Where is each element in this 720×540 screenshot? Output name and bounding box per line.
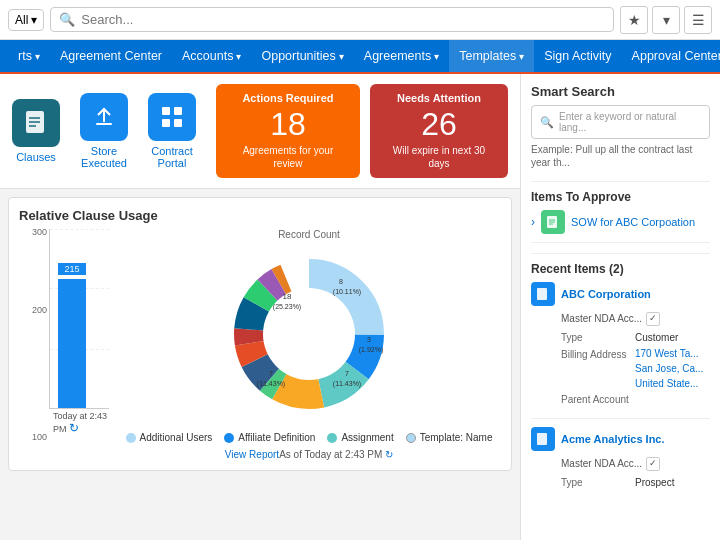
main-content: Clauses StoreExecuted — [0, 74, 720, 540]
svg-rect-7 — [162, 119, 170, 127]
alert-needs-attention[interactable]: Needs Attention 26 Will expire in next 3… — [370, 84, 508, 178]
approve-icon-0 — [541, 210, 565, 234]
nav-label-agreements: Agreements — [364, 49, 431, 63]
approve-chevron[interactable]: › — [531, 215, 535, 229]
svg-rect-36 — [537, 288, 547, 300]
smart-search-box[interactable]: 🔍 Enter a keyword or natural lang... — [531, 105, 710, 139]
bar-chart-container: 300 200 100 215 Today at 2:43 — [19, 229, 109, 460]
donut-wrapper: 18 (25.23%) 8 (10.11%) 7 (11.43%) 7 (11.… — [219, 244, 399, 424]
search-icon: 🔍 — [59, 12, 75, 27]
svg-text:(25.23%): (25.23%) — [273, 303, 301, 311]
alert-actions-title: Actions Required — [230, 92, 346, 104]
approve-divider — [531, 242, 710, 243]
recent-fields-0: Master NDA Acc... ✓ Type Customer Billin… — [561, 310, 710, 408]
search-input[interactable] — [81, 12, 605, 27]
nav-item-accounts[interactable]: Accounts ▾ — [172, 40, 251, 73]
svg-text:(10.11%): (10.11%) — [333, 288, 361, 296]
alerts-row: Actions Required 18 Agreements for your … — [216, 84, 508, 178]
nav-label-approval-center: Approval Center — [632, 49, 720, 63]
smart-search-divider — [531, 181, 710, 182]
bar-215: 215 — [58, 279, 86, 408]
bar-chart-plot: 215 — [49, 229, 109, 409]
alert-actions-desc: Agreements for your review — [230, 144, 346, 170]
svg-text:18: 18 — [283, 292, 292, 301]
svg-rect-5 — [162, 107, 170, 115]
nav-label-opportunities: Opportunities — [261, 49, 335, 63]
bar-value: 215 — [58, 263, 86, 275]
svg-rect-6 — [174, 107, 182, 115]
action-store-executed[interactable]: StoreExecuted — [80, 93, 128, 169]
checkbox-0[interactable]: ✓ — [646, 312, 660, 326]
contract-portal-icon — [148, 93, 196, 141]
star-button[interactable]: ★ — [620, 6, 648, 34]
svg-text:(11.43%): (11.43%) — [257, 380, 285, 388]
recent-subtitle-1: Master NDA Acc... ✓ — [561, 455, 710, 472]
donut-container: Record Count — [117, 229, 501, 460]
nav-item-agreements[interactable]: Agreements ▾ — [354, 40, 449, 73]
legend-item-1: Affiliate Definition — [224, 432, 315, 443]
recent-name-0[interactable]: ABC Corporation — [561, 288, 651, 300]
refresh-icon[interactable]: ↻ — [69, 421, 79, 435]
action-contract-portal[interactable]: ContractPortal — [148, 93, 196, 169]
checkbox-1[interactable]: ✓ — [646, 457, 660, 471]
chart-legend: Additional Users Affiliate Definition As… — [126, 432, 493, 443]
recent-item-1: Acme Analytics Inc. Master NDA Acc... ✓ … — [531, 427, 710, 491]
nav-label-sign-activity: Sign Activity — [544, 49, 611, 63]
svg-text:8: 8 — [339, 278, 343, 285]
alert-attention-desc: Will expire in next 30 days — [384, 144, 494, 170]
chart-title: Relative Clause Usage — [19, 208, 501, 223]
search-type-chevron: ▾ — [31, 13, 37, 27]
approve-link-0[interactable]: SOW for ABC Corpoation — [571, 216, 695, 228]
svg-text:3: 3 — [367, 336, 371, 343]
svg-rect-8 — [174, 119, 182, 127]
approve-item-0: › SOW for ABC Corpoation — [531, 210, 710, 234]
legend-dot-1 — [224, 433, 234, 443]
nav-item-templates[interactable]: Templates ▾ — [449, 40, 534, 73]
recent-item-1-header: Acme Analytics Inc. — [531, 427, 710, 451]
recent-field-type-1: Type Prospect — [561, 474, 710, 491]
nav-label-accounts: Accounts — [182, 49, 233, 63]
recent-item-0: ABC Corporation Master NDA Acc... ✓ Type… — [531, 282, 710, 408]
search-box: 🔍 — [50, 7, 614, 32]
alert-actions-required[interactable]: Actions Required 18 Agreements for your … — [216, 84, 360, 178]
donut-subtitle: Record Count — [278, 229, 340, 240]
clauses-label: Clauses — [16, 151, 56, 163]
legend-item-2: Assignment — [327, 432, 393, 443]
chart-area: 300 200 100 215 Today at 2:43 — [19, 229, 501, 460]
recent-field-type-0: Type Customer — [561, 329, 710, 346]
legend-dot-2 — [327, 433, 337, 443]
recent-section: Recent Items (2) ABC Corporation Master … — [531, 253, 710, 491]
legend-dot-0 — [126, 433, 136, 443]
search-type-select[interactable]: All ▾ — [8, 9, 44, 31]
chart-footer: View Report As of Today at 2:43 PM ↻ — [225, 449, 393, 460]
nav-item-agreement-center[interactable]: Agreement Center — [50, 40, 172, 73]
recent-name-1[interactable]: Acme Analytics Inc. — [561, 433, 665, 445]
recent-items-title: Recent Items (2) — [531, 262, 710, 276]
recent-subtitle-0: Master NDA Acc... ✓ — [561, 310, 710, 327]
recent-item-0-header: ABC Corporation — [531, 282, 710, 306]
nav-item-sign-activity[interactable]: Sign Activity — [534, 40, 621, 73]
chart-refresh-icon[interactable]: ↻ — [385, 449, 393, 460]
chart-timestamp: As of Today at 2:43 PM ↻ — [279, 449, 393, 460]
nav-chevron-agreements: ▾ — [434, 51, 439, 62]
recent-fields-1: Master NDA Acc... ✓ Type Prospect — [561, 455, 710, 491]
nav-item-approval-center[interactable]: Approval Center — [622, 40, 720, 73]
alert-actions-number: 18 — [230, 108, 346, 140]
right-panel: Smart Search 🔍 Enter a keyword or natura… — [520, 74, 720, 540]
top-bar: All ▾ 🔍 ★ ▾ ☰ — [0, 0, 720, 40]
view-report-link[interactable]: View Report — [225, 449, 279, 460]
svg-point-21 — [263, 288, 355, 380]
smart-search-hint: Example: Pull up all the contract last y… — [531, 143, 710, 169]
nav-item-opportunities[interactable]: Opportunities ▾ — [251, 40, 353, 73]
left-panel: Clauses StoreExecuted — [0, 74, 520, 540]
smart-search-icon: 🔍 — [540, 116, 554, 129]
legend-dot-3 — [406, 433, 416, 443]
smart-search-title: Smart Search — [531, 84, 710, 99]
dropdown-button[interactable]: ▾ — [652, 6, 680, 34]
recent-item-divider — [531, 418, 710, 419]
search-type-label: All — [15, 13, 28, 27]
menu-button[interactable]: ☰ — [684, 6, 712, 34]
nav-chevron-accounts: ▾ — [236, 51, 241, 62]
action-clauses[interactable]: Clauses — [12, 99, 60, 163]
nav-item-rts[interactable]: rts ▾ — [8, 40, 50, 73]
